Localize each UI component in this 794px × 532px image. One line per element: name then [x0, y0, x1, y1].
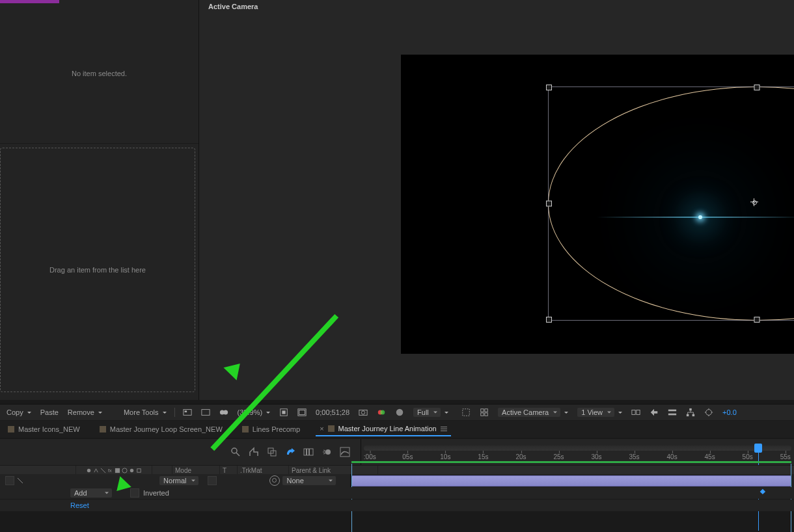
svg-rect-24	[687, 414, 689, 417]
drop-zone[interactable]: Drag an item from the list here	[0, 148, 195, 392]
safe-zones-icon[interactable]	[294, 406, 310, 418]
mask-mode-dropdown[interactable]: Add	[70, 488, 112, 498]
timeline-tab[interactable]: Lines Precomp	[238, 423, 304, 436]
svg-point-33	[325, 449, 331, 455]
roi-icon[interactable]	[458, 406, 474, 418]
timeline-tab[interactable]: ×Master Journey Line Animation	[316, 422, 450, 436]
mask-ellipse-outline[interactable]	[548, 86, 794, 321]
solo-switch-icon[interactable]	[17, 477, 23, 484]
remove-button[interactable]: Remove	[64, 407, 106, 418]
layer-switches[interactable]	[0, 476, 75, 485]
playhead[interactable]	[754, 444, 762, 453]
svg-rect-14	[463, 409, 470, 416]
ruler-tick: 35s	[629, 453, 639, 460]
more-tools-button[interactable]: More Tools	[120, 407, 171, 418]
tab-label: Master Icons_NEW	[18, 425, 80, 433]
current-time[interactable]: 0;00;51;28	[312, 407, 353, 418]
switch-box[interactable]	[5, 476, 14, 485]
svg-rect-21	[668, 410, 676, 412]
keyframe-diamond[interactable]	[760, 489, 765, 494]
no-item-message: No item selected.	[0, 3, 198, 144]
svg-rect-23	[689, 408, 692, 411]
view-count-dropdown[interactable]: 1 View	[577, 408, 614, 417]
svg-point-26	[706, 410, 712, 416]
pixel-aspect-icon[interactable]	[627, 406, 644, 418]
mode-header: Mode	[172, 466, 220, 475]
svg-rect-19	[632, 410, 635, 415]
svg-rect-16	[485, 409, 487, 412]
mask-property-row[interactable]: Add Inverted	[0, 487, 794, 499]
svg-rect-2	[201, 410, 209, 416]
tab-menu-icon[interactable]	[441, 425, 447, 432]
layer-row[interactable]: Normal None	[0, 474, 794, 487]
shy-icon[interactable]	[285, 447, 295, 457]
close-tab-icon[interactable]: ×	[320, 425, 323, 432]
ruler-tick: 15s	[478, 453, 488, 460]
ruler-tick: 50s	[743, 453, 753, 460]
timeline-tab[interactable]: Master Icons_NEW	[4, 423, 84, 436]
ruler-tick: :00s	[364, 453, 376, 460]
svg-rect-37	[115, 468, 120, 472]
svg-rect-15	[481, 409, 484, 412]
trkmat-box[interactable]	[208, 476, 217, 485]
tab-label: Lines Precomp	[253, 425, 300, 433]
copy-button[interactable]: Copy	[3, 407, 35, 418]
svg-rect-20	[637, 410, 640, 415]
svg-rect-8	[299, 410, 305, 415]
resize-handle[interactable]	[546, 85, 552, 90]
motion-blur-icon[interactable]	[322, 447, 332, 457]
blend-mode-dropdown[interactable]: Normal	[159, 476, 198, 485]
toggle-mask-icon[interactable]	[215, 406, 232, 418]
search-icon[interactable]	[230, 447, 241, 457]
viewer-canvas[interactable]	[401, 55, 794, 354]
resize-handle[interactable]	[754, 317, 760, 323]
timeline-icon[interactable]	[664, 406, 681, 418]
parent-dropdown[interactable]: None	[282, 476, 336, 485]
frame-blend-icon[interactable]	[303, 447, 314, 457]
preview-toolbar: Copy Paste Remove More Tools (32.9%) 0;0…	[0, 404, 794, 420]
composition-viewer[interactable]: Active Camera	[199, 0, 794, 400]
drop-hint: Drag an item from the list here	[49, 266, 146, 274]
paste-button[interactable]: Paste	[36, 407, 62, 418]
anchor-point-icon[interactable]	[752, 200, 757, 205]
camera-dropdown[interactable]: Active Camera	[498, 408, 560, 417]
reset-exposure-icon[interactable]	[700, 406, 717, 418]
flowchart-icon[interactable]	[682, 406, 699, 418]
color-mgmt-icon[interactable]	[391, 406, 408, 418]
pickwhip-icon[interactable]	[269, 475, 280, 486]
inverted-checkbox[interactable]	[130, 488, 139, 498]
layer-track[interactable]	[351, 474, 794, 487]
layer-duration-bar[interactable]	[351, 475, 791, 486]
draft-3d-icon[interactable]	[267, 447, 277, 457]
grid-icon[interactable]	[476, 406, 493, 418]
resize-handle[interactable]	[546, 201, 552, 207]
svg-rect-22	[668, 414, 676, 416]
svg-point-35	[87, 468, 90, 472]
reset-link[interactable]: Reset	[70, 501, 89, 509]
trkmat-header: .TrkMat	[238, 466, 289, 475]
fast-preview-icon[interactable]	[646, 406, 663, 418]
snapshot-icon[interactable]	[355, 406, 372, 418]
zoom-level[interactable]: (32.9%)	[234, 407, 275, 418]
tab-label: Master Journey Line Animation	[338, 425, 437, 432]
t-header: T	[220, 466, 238, 475]
resolution-dropdown[interactable]: Full	[413, 408, 441, 417]
work-area-bar[interactable]	[364, 446, 791, 451]
resize-handle[interactable]	[754, 85, 760, 90]
svg-point-12	[380, 410, 385, 415]
timeline-tab[interactable]: Master Journey Loop Screen_NEW	[96, 423, 226, 436]
comp-swatch-icon	[328, 425, 335, 432]
toggle-transparency-icon[interactable]	[197, 406, 214, 418]
exposure-value[interactable]: +0.0	[719, 407, 741, 418]
selection-bounding-box[interactable]	[548, 86, 794, 321]
cache-indicator	[351, 461, 791, 463]
layer-switches-header: fx	[76, 466, 152, 475]
graph-editor-icon[interactable]	[340, 447, 350, 457]
channel-icon[interactable]	[373, 406, 390, 418]
keyframe-track[interactable]	[420, 487, 794, 499]
resize-handle[interactable]	[546, 317, 552, 323]
resolution-down-icon[interactable]	[275, 406, 292, 418]
ruler-tick: 20s	[515, 453, 526, 460]
toggle-alpha-icon[interactable]	[179, 406, 196, 418]
comp-mini-flowchart-icon[interactable]	[249, 447, 259, 457]
